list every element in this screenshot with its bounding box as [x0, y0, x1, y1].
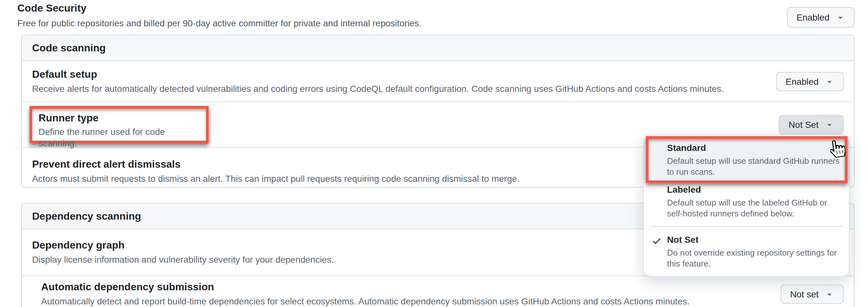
menu-option-labeled-title: Labeled — [667, 184, 842, 196]
default-setup-enabled-dropdown[interactable]: Enabled — [776, 72, 844, 91]
page-description: Free for public repositories and billed … — [17, 17, 422, 30]
triangle-down-icon — [825, 120, 834, 129]
menu-option-not-set-title: Not Set — [667, 234, 842, 246]
code-scanning-panel-title: Code scanning — [22, 35, 854, 61]
automatic-dependency-submission-not-set-label: Not set — [790, 289, 818, 299]
default-setup-text: Default setup Receive alerts for automat… — [32, 67, 724, 95]
menu-option-not-set[interactable]: Not Set Do not override existing reposit… — [644, 231, 849, 272]
automatic-dependency-submission-row: Automatic dependency submission Automati… — [22, 276, 854, 307]
default-setup-title: Default setup — [32, 67, 724, 81]
menu-option-labeled[interactable]: Labeled Default setup will use the label… — [644, 181, 849, 222]
prevent-dismissals-description: Actors must submit requests to dismiss a… — [32, 173, 519, 185]
hand-pointer-cursor — [829, 139, 846, 158]
dependency-graph-title: Dependency graph — [32, 238, 334, 252]
triangle-down-icon — [836, 13, 845, 22]
code-security-settings-page: Code Security Free for public repositori… — [0, 0, 868, 307]
dependency-graph-description: Display license information and vulnerab… — [32, 254, 334, 266]
menu-option-standard-title: Standard — [667, 142, 842, 154]
default-setup-enabled-label: Enabled — [785, 76, 818, 86]
runner-type-menu: Standard Default setup will use standard… — [643, 134, 849, 277]
automatic-dependency-submission-description: Automatically detect and report build-ti… — [41, 296, 689, 307]
runner-type-not-set-dropdown[interactable]: Not Set — [779, 115, 844, 134]
menu-option-standard[interactable]: Standard Default setup will use standard… — [644, 139, 849, 181]
default-setup-row: Default setup Receive alerts for automat… — [22, 61, 854, 101]
page-title: Code Security — [17, 1, 86, 16]
runner-type-highlight-annotation: Runner type Define the runner used for c… — [30, 106, 209, 143]
prevent-dismissals-text: Prevent direct alert dismissals Actors m… — [32, 157, 519, 185]
dependency-graph-text: Dependency graph Display license informa… — [32, 238, 334, 266]
menu-option-labeled-description: Default setup will use the labeled GitHu… — [667, 197, 842, 219]
runner-type-not-set-label: Not Set — [789, 119, 818, 130]
triangle-down-icon — [825, 289, 834, 298]
automatic-dependency-submission-not-set-dropdown[interactable]: Not set — [780, 284, 844, 304]
menu-option-standard-description: Default setup will use standard GitHub r… — [667, 155, 842, 177]
code-security-enabled-dropdown[interactable]: Enabled — [787, 7, 855, 28]
triangle-down-icon — [825, 77, 834, 86]
runner-type-title: Runner type — [38, 111, 200, 125]
menu-option-not-set-description: Do not override existing repository sett… — [667, 247, 842, 269]
automatic-dependency-submission-title: Automatic dependency submission — [41, 280, 689, 294]
runner-type-description: Define the runner used for code scanning… — [38, 126, 200, 149]
prevent-dismissals-title: Prevent direct alert dismissals — [32, 157, 519, 171]
menu-divider — [650, 226, 842, 227]
automatic-dependency-submission-text: Automatic dependency submission Automati… — [41, 280, 689, 307]
check-icon — [652, 236, 662, 246]
code-security-enabled-label: Enabled — [797, 12, 830, 23]
default-setup-description: Receive alerts for automatically detecte… — [32, 83, 724, 95]
